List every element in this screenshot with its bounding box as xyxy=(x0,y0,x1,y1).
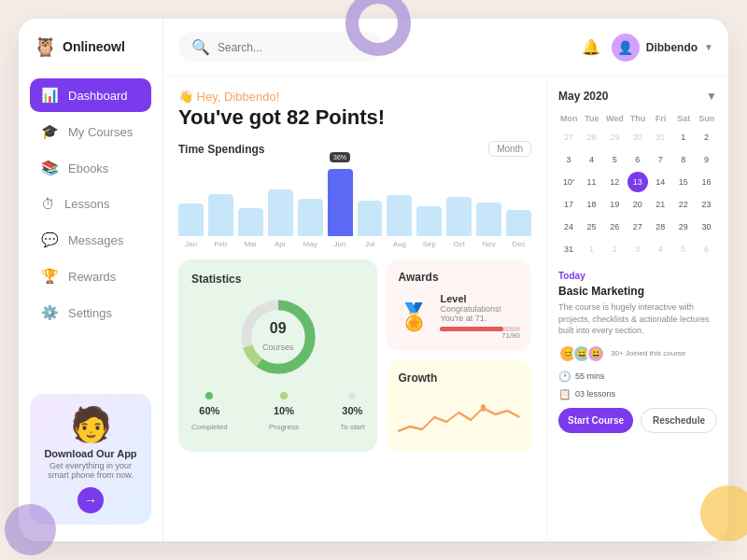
donut-center: 09 Courses xyxy=(262,320,294,354)
calendar-day-header: Thu xyxy=(627,112,649,125)
sidebar-item-dashboard[interactable]: 📊 Dashboard xyxy=(30,78,151,112)
legend-item: 10% Progress xyxy=(269,388,299,433)
calendar-day[interactable]: 2 xyxy=(604,239,625,259)
calendar-day[interactable]: 5 xyxy=(604,149,625,170)
app-download-button[interactable]: → xyxy=(78,487,104,513)
sidebar: 🦉 Onlineowl 📊 Dashboard 🎓 My Courses 📚 E… xyxy=(19,19,163,541)
statistics-title: Statistics xyxy=(191,273,364,286)
app-download-subtitle: Get everything in your smart phone from … xyxy=(41,461,140,480)
calendar-day[interactable]: 2 xyxy=(696,127,716,147)
calendar-day[interactable]: 22 xyxy=(673,194,694,215)
calendar-day[interactable]: 16 xyxy=(696,172,716,192)
calendar-day[interactable]: 27 xyxy=(558,127,579,147)
bar xyxy=(358,201,383,236)
calendar-day[interactable]: 1 xyxy=(582,239,602,259)
svg-point-3 xyxy=(481,404,486,412)
sidebar-item-messages[interactable]: 💬 Messages xyxy=(30,223,151,257)
calendar-day[interactable]: 17 xyxy=(558,194,579,215)
user-menu[interactable]: 👤 Dibbendo ▼ xyxy=(612,34,713,62)
calendar-day[interactable]: 4 xyxy=(582,149,602,170)
calendar-day[interactable]: 29 xyxy=(673,217,694,237)
calendar-day[interactable]: 21 xyxy=(650,194,670,215)
calendar-day[interactable]: 23 xyxy=(696,194,716,215)
calendar-day[interactable]: 31 xyxy=(650,127,670,147)
bar-column: Sep xyxy=(416,206,442,248)
calendar-day-header: Fri xyxy=(650,112,671,125)
chevron-down-icon: ▼ xyxy=(704,42,713,52)
calendar-nav-icon[interactable]: ▼ xyxy=(706,90,717,103)
calendar-day[interactable]: 26 xyxy=(604,217,625,237)
calendar-day[interactable]: 3 xyxy=(558,149,579,170)
calendar-day[interactable]: 12 xyxy=(604,172,625,192)
calendar-day[interactable]: 5 xyxy=(673,239,694,259)
checklist-icon: 📋 xyxy=(558,388,571,400)
calendar-day[interactable]: 30 xyxy=(627,127,648,147)
lessons-icon: ⏱ xyxy=(41,196,55,212)
sidebar-item-settings[interactable]: ⚙️ Settings xyxy=(30,296,151,329)
app-download-card: 🧑 Download Our App Get everything in you… xyxy=(30,394,151,525)
donut-chart-area: 09 Courses xyxy=(191,295,364,379)
bar-month-label: Apr xyxy=(275,240,286,248)
awards-title: Awards xyxy=(398,271,520,284)
bar-column: Feb xyxy=(208,194,233,248)
legend-label: To start xyxy=(340,423,364,431)
bar: 36% xyxy=(328,169,353,236)
avatars-row: 😊 😄 😃 30+ Joined this course xyxy=(558,344,717,363)
calendar-day[interactable]: 11 xyxy=(582,172,602,192)
calendar-day[interactable]: 14 xyxy=(650,172,670,192)
calendar-day[interactable]: 8 xyxy=(673,149,694,170)
calendar-day[interactable]: 28 xyxy=(650,217,670,237)
calendar-day[interactable]: 9 xyxy=(696,149,716,170)
points-heading: You've got 82 Points! xyxy=(178,105,531,130)
duration-meta: 🕐 55 mins xyxy=(558,371,605,383)
sidebar-item-label: Lessons xyxy=(64,197,109,211)
sidebar-item-ebooks[interactable]: 📚 Ebooks xyxy=(30,151,151,185)
logo-icon: 🦉 xyxy=(34,35,57,58)
course-meta-2: 📋 03 lessons xyxy=(558,388,717,400)
calendar-day[interactable]: 28 xyxy=(582,127,602,147)
calendar-day[interactable]: 1 xyxy=(673,127,694,147)
medal-icon: 🏅 xyxy=(398,301,430,332)
clock-icon: 🕐 xyxy=(558,371,571,383)
calendar-day[interactable]: 6 xyxy=(696,239,716,259)
calendar-day[interactable]: 29 xyxy=(604,127,625,147)
calendar-day[interactable]: 27 xyxy=(627,217,648,237)
sidebar-item-label: Rewards xyxy=(68,270,116,284)
lessons-meta: 📋 03 lessons xyxy=(558,388,615,400)
notification-bell-icon[interactable]: 🔔 xyxy=(582,38,600,56)
calendar-day[interactable]: 30 xyxy=(696,217,716,237)
calendar-day[interactable]: 19 xyxy=(604,194,625,215)
joined-text: 30+ Joined this course xyxy=(611,349,685,357)
bar xyxy=(387,195,412,236)
calendar-day[interactable]: 6 xyxy=(627,149,648,170)
calendar-day[interactable]: 3 xyxy=(627,239,648,259)
course-description: The course is hugely interactive with pr… xyxy=(558,301,717,337)
calendar-day[interactable]: 20 xyxy=(627,194,648,215)
bar-column: Apr xyxy=(268,189,293,248)
calendar-day[interactable]: 18 xyxy=(582,194,602,215)
sidebar-item-lessons[interactable]: ⏱ Lessons xyxy=(30,188,151,220)
bar-month-label: Jan xyxy=(185,240,197,248)
sidebar-item-my-courses[interactable]: 🎓 My Courses xyxy=(30,115,151,148)
sidebar-item-label: Dashboard xyxy=(68,89,128,103)
calendar-day[interactable]: 10 xyxy=(558,172,579,192)
main-body: 👋 Hey, Dibbendo! You've got 82 Points! T… xyxy=(163,77,728,541)
greeting-text: 👋 Hey, Dibbendo! xyxy=(178,90,531,104)
month-selector[interactable]: Month xyxy=(488,141,531,157)
avatar: 👤 xyxy=(612,34,640,62)
sidebar-item-label: My Courses xyxy=(68,125,133,139)
calendar-day[interactable]: 31 xyxy=(558,239,579,259)
calendar-day[interactable]: 15 xyxy=(673,172,694,192)
calendar-day[interactable]: 7 xyxy=(650,149,670,170)
calendar-day[interactable]: 4 xyxy=(650,239,670,259)
reschedule-button[interactable]: Reschedule xyxy=(641,408,717,433)
calendar-day[interactable]: 25 xyxy=(582,217,602,237)
calendar-day[interactable]: 24 xyxy=(558,217,579,237)
start-course-button[interactable]: Start Course xyxy=(558,408,633,433)
search-input[interactable] xyxy=(218,41,369,54)
calendar-day-header: Sat xyxy=(673,112,695,125)
legend-pct: 30% xyxy=(340,405,364,416)
sidebar-item-label: Settings xyxy=(68,306,112,320)
sidebar-item-rewards[interactable]: 🏆 Rewards xyxy=(30,259,151,293)
bar xyxy=(268,189,293,236)
